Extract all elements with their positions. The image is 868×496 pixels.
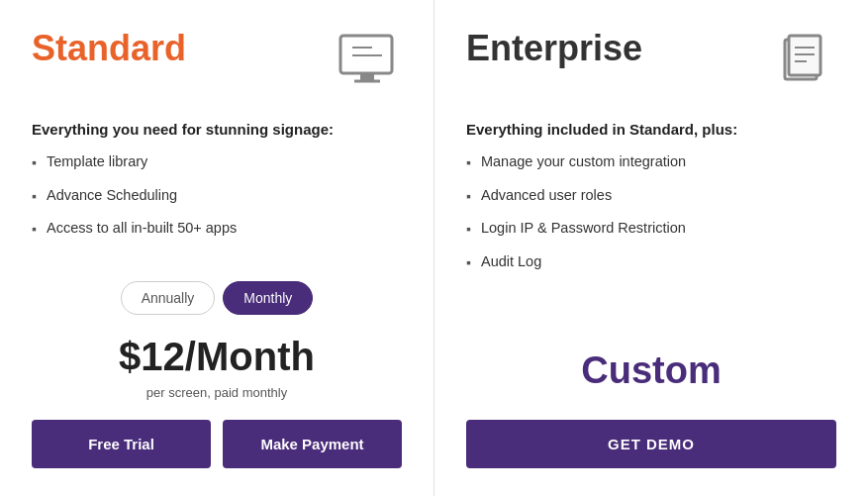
standard-btn-row: Free Trial Make Payment <box>32 420 402 468</box>
custom-price: Custom <box>581 349 721 392</box>
annually-toggle-btn[interactable]: Annually <box>121 281 216 315</box>
pricing-container: Standard Everything you need for stunnin… <box>0 0 868 496</box>
billing-toggle: Annually Monthly <box>32 281 402 315</box>
monthly-toggle-btn[interactable]: Monthly <box>223 281 313 315</box>
enterprise-bottom: Custom GET DEMO <box>466 349 836 468</box>
enterprise-feature-list: Manage your custom integration Advanced … <box>466 153 836 326</box>
make-payment-button[interactable]: Make Payment <box>223 420 402 468</box>
list-item: Advance Scheduling <box>32 187 402 207</box>
list-item: Template library <box>32 153 402 173</box>
enterprise-plan-header: Enterprise <box>466 28 836 101</box>
price-display: $12/Month <box>32 335 402 379</box>
list-item: Manage your custom integration <box>466 153 836 173</box>
enterprise-plan-title: Enterprise <box>466 28 642 69</box>
price-amount: $12/Month <box>119 335 315 378</box>
list-item: Login IP & Password Restriction <box>466 220 836 240</box>
monitor-icon <box>333 28 402 101</box>
price-note: per screen, paid monthly <box>32 385 402 400</box>
list-item: Audit Log <box>466 253 836 273</box>
enterprise-tagline: Everything included in Standard, plus: <box>466 121 836 138</box>
free-trial-button[interactable]: Free Trial <box>32 420 211 468</box>
documents-icon <box>767 28 836 101</box>
standard-plan-card: Standard Everything you need for stunnin… <box>0 0 434 496</box>
get-demo-button[interactable]: GET DEMO <box>466 420 836 468</box>
list-item: Advanced user roles <box>466 187 836 207</box>
standard-feature-list: Template library Advance Scheduling Acce… <box>32 153 402 257</box>
standard-tagline: Everything you need for stunning signage… <box>32 121 402 138</box>
standard-plan-title: Standard <box>32 28 186 69</box>
standard-plan-header: Standard <box>32 28 402 101</box>
enterprise-plan-card: Enterprise Everything included in Standa… <box>434 0 868 496</box>
list-item: Access to all in-built 50+ apps <box>32 220 402 240</box>
